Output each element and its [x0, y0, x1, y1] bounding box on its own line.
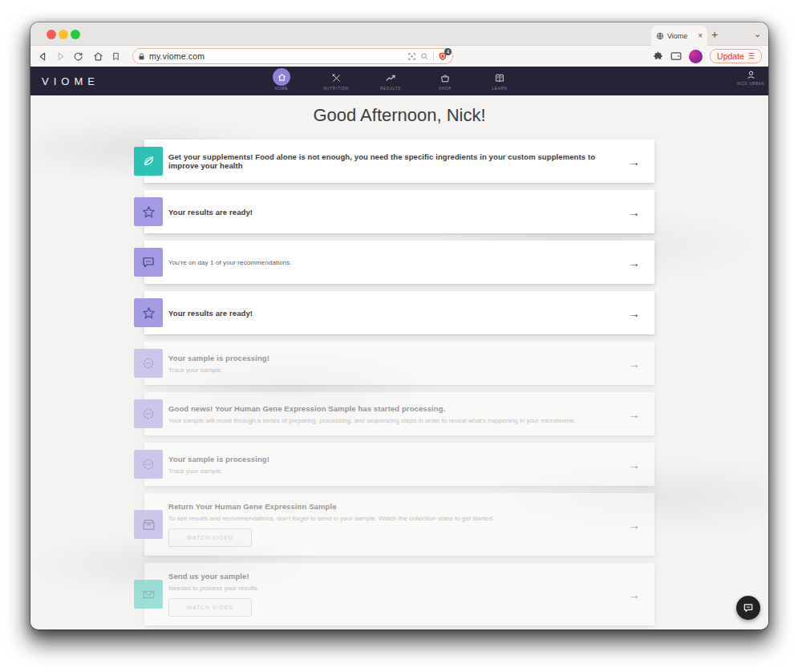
utensils-icon — [331, 70, 342, 86]
arrow-right-icon[interactable]: → — [628, 407, 640, 421]
nav-item-results[interactable]: RESULTS — [363, 67, 418, 91]
card-title: Return Your Human Gene Expression Sample — [168, 502, 598, 511]
url-bar[interactable]: my.viome.com 4 — [132, 48, 453, 64]
card-subtitle: Needed to process your results. — [168, 585, 598, 592]
card-results-ready-2[interactable]: Your results are ready! → — [144, 291, 654, 334]
viome-logo[interactable]: VIOME — [42, 75, 99, 87]
chat-icon — [743, 602, 754, 613]
bookmark-icon[interactable] — [111, 51, 120, 62]
profile-avatar[interactable] — [689, 50, 703, 63]
viome-navbar: VIOME HOME NUTRITION — [30, 67, 768, 95]
card-return-sample[interactable]: Return Your Human Gene Expression Sample… — [144, 493, 654, 556]
mail-sample-icon — [134, 580, 163, 609]
viome-nav-items: HOME NUTRITION RESULTS — [254, 67, 527, 91]
arrow-right-icon[interactable]: → — [628, 357, 640, 370]
back-button[interactable] — [38, 51, 48, 62]
package-icon — [134, 510, 163, 539]
card-subtitle: To see results and recommendations, don'… — [168, 515, 598, 522]
card-title: Your results are ready! — [168, 309, 598, 318]
nav-item-home[interactable]: HOME — [254, 67, 309, 91]
desktop: Viome × + ⌄ — [0, 0, 802, 672]
browser-tab-viome[interactable]: Viome × — [651, 26, 707, 46]
new-tab-button[interactable]: + — [711, 28, 718, 41]
zoom-page-icon[interactable] — [420, 52, 429, 61]
arrow-right-icon[interactable]: → — [628, 458, 640, 472]
arrow-right-icon[interactable]: → — [628, 155, 640, 168]
shield-badge: 4 — [444, 48, 452, 55]
card-title: Good news! Your Human Gene Expression Sa… — [168, 404, 598, 413]
arrow-right-icon[interactable]: → — [628, 518, 640, 532]
browser-titlebar: Viome × + ⌄ — [30, 22, 768, 46]
update-label: Update — [717, 51, 744, 61]
url-text[interactable]: my.viome.com — [149, 51, 403, 61]
card-title: Get your supplements! Food alone is not … — [168, 152, 598, 170]
arrow-right-icon[interactable]: → — [628, 256, 640, 269]
wallet-icon[interactable] — [670, 51, 682, 61]
nav-label-results: RESULTS — [380, 87, 401, 91]
fullscreen-window-button[interactable] — [71, 30, 80, 39]
card-supplements[interactable]: Get your supplements! Food alone is not … — [144, 140, 654, 183]
hamburger-menu-icon: ☰ — [748, 52, 755, 60]
qr-scan-icon[interactable] — [407, 52, 416, 61]
reload-button[interactable] — [73, 51, 83, 62]
chat-bubble-icon — [134, 248, 163, 277]
nav-item-nutrition[interactable]: NUTRITION — [309, 67, 363, 91]
forward-button[interactable] — [55, 51, 66, 62]
arrow-right-icon[interactable]: → — [628, 588, 640, 601]
star-icon — [134, 197, 163, 226]
globe-icon — [656, 32, 664, 40]
watch-video-button[interactable]: WATCH VIDEO — [168, 528, 252, 547]
card-subtitle: Track your sample. — [168, 468, 598, 475]
card-day1-recommendations[interactable]: You're on day 1 of your recommendations.… — [144, 241, 654, 284]
nav-item-learn[interactable]: LEARN — [472, 67, 527, 91]
processing-dots-icon — [134, 349, 163, 378]
card-sample-processing[interactable]: Your sample is processing! Track your sa… — [144, 342, 654, 385]
minimize-window-button[interactable] — [59, 30, 68, 39]
card-title: Your sample is processing! — [168, 354, 598, 362]
card-title: Send us your sample! — [168, 572, 598, 581]
greeting-heading: Good Afternoon, Nick! — [30, 95, 768, 126]
nav-item-profile[interactable]: NICK URBAN — [737, 70, 764, 86]
card-subtitle: Your sample will move through a series o… — [168, 417, 598, 424]
card-sample-processing-2[interactable]: Your sample is processing! Track your sa… — [144, 443, 654, 486]
basket-icon — [439, 70, 451, 86]
card-title: Your sample is processing! — [168, 455, 598, 464]
tab-close-icon[interactable]: × — [698, 31, 703, 40]
nav-item-shop[interactable]: SHOP — [418, 67, 472, 91]
star-icon — [134, 298, 163, 327]
toolbar-right-cluster: Update ☰ — [653, 46, 762, 67]
tab-search-chevron-icon[interactable]: ⌄ — [754, 29, 761, 39]
tab-title: Viome — [667, 32, 695, 40]
leaf-icon — [134, 147, 163, 176]
card-gene-expression-started[interactable]: Good news! Your Human Gene Expression Sa… — [144, 392, 654, 435]
processing-dots-icon — [134, 450, 163, 479]
extensions-puzzle-icon[interactable] — [653, 51, 663, 62]
nav-label-nutrition: NUTRITION — [323, 87, 349, 91]
arrow-right-icon[interactable]: → — [628, 306, 640, 320]
card-subtitle: Track your sample. — [168, 366, 598, 374]
nav-label-home: HOME — [275, 87, 289, 91]
person-icon — [746, 70, 756, 80]
watch-video-button[interactable]: WATCH VIDEO — [168, 598, 252, 617]
chart-trend-icon — [385, 70, 396, 86]
card-results-ready[interactable]: Your results are ready! → — [144, 190, 654, 233]
processing-dots-icon — [134, 399, 163, 428]
brave-shield-icon[interactable]: 4 — [438, 51, 448, 62]
browser-toolbar: my.viome.com 4 — [30, 46, 768, 67]
lock-icon — [138, 52, 145, 61]
divider — [433, 52, 434, 61]
home-icon — [273, 68, 290, 86]
notification-cards: Get your supplements! Food alone is not … — [144, 140, 654, 629]
page-content: Good Afternoon, Nick! Get your supplemen… — [30, 95, 768, 629]
browser-window: Viome × + ⌄ — [30, 22, 768, 629]
card-send-sample[interactable]: Send us your sample! Needed to process y… — [144, 563, 654, 625]
card-title: You're on day 1 of your recommendations. — [168, 259, 598, 266]
profile-name: NICK URBAN — [737, 82, 764, 86]
update-menu-button[interactable]: Update ☰ — [710, 49, 762, 63]
home-button[interactable] — [93, 51, 103, 62]
book-icon — [494, 70, 505, 86]
close-window-button[interactable] — [47, 30, 56, 39]
nav-label-shop: SHOP — [439, 87, 452, 91]
arrow-right-icon[interactable]: → — [628, 205, 640, 219]
chat-support-button[interactable] — [736, 596, 760, 620]
